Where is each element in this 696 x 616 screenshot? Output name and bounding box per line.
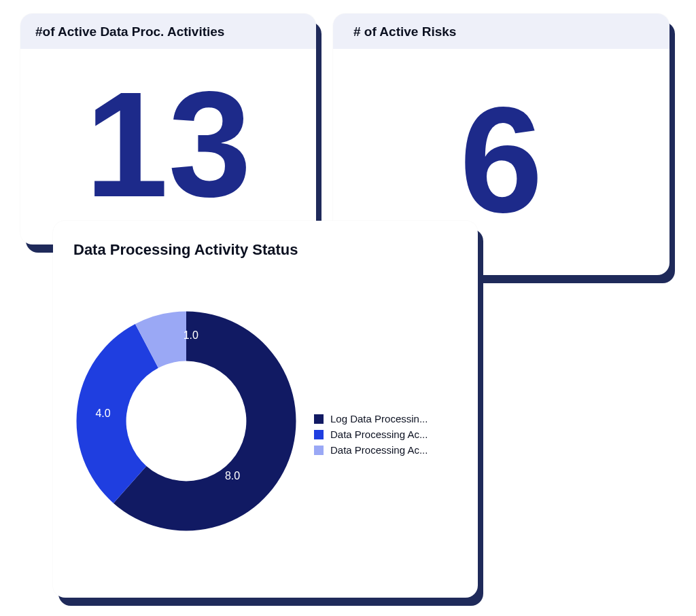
legend-swatch-icon xyxy=(314,430,324,439)
legend-label: Data Processing Ac... xyxy=(330,444,428,456)
card-header: # of Active Risks xyxy=(333,14,669,49)
card-active-activities: #of Active Data Proc. Activities 13 xyxy=(20,14,316,244)
chart-body: 1.0 4.0 8.0 Log Data Processin... Data P… xyxy=(73,264,462,577)
chart-title: Data Processing Activity Status xyxy=(73,241,462,259)
legend-item: Data Processing Ac... xyxy=(314,429,428,440)
card-header: #of Active Data Proc. Activities xyxy=(20,14,316,49)
legend-swatch-icon xyxy=(314,446,324,455)
card-body: 13 xyxy=(20,49,316,240)
legend-label: Data Processing Ac... xyxy=(330,429,428,440)
metric-value: 13 xyxy=(85,70,251,219)
metric-value: 6 xyxy=(459,86,542,235)
chart-legend: Log Data Processin... Data Processing Ac… xyxy=(314,409,428,460)
legend-swatch-icon xyxy=(314,414,324,424)
card-title: #of Active Data Proc. Activities xyxy=(35,24,301,39)
legend-item: Data Processing Ac... xyxy=(314,444,428,456)
legend-item: Log Data Processin... xyxy=(314,413,428,424)
card-title: # of Active Risks xyxy=(353,24,655,39)
donut-svg xyxy=(71,306,302,537)
donut-chart: 1.0 4.0 8.0 xyxy=(71,306,302,537)
card-activity-status: Data Processing Activity Status 1.0 4.0 … xyxy=(53,221,478,598)
legend-label: Log Data Processin... xyxy=(330,413,428,424)
